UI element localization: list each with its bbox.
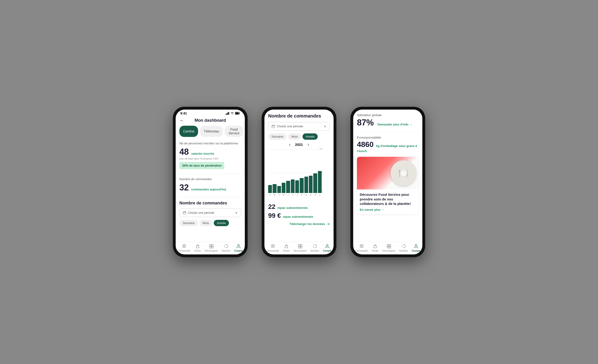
phone-right-screen: Satisfation globale 87% Demander plus d'… [353, 110, 422, 254]
svg-rect-36 [387, 247, 389, 248]
svg-rect-35 [389, 244, 391, 246]
bag-icon-middle [284, 244, 289, 249]
time-tabs-middle: Semaine Mois Année [268, 133, 330, 140]
chart-area: 200 100 0 F M [268, 149, 330, 201]
nav-commander-left[interactable]: Commander [178, 244, 190, 252]
time-tab-mois-middle[interactable]: Mois [288, 133, 301, 140]
nav-compte-left[interactable]: Compte [234, 244, 243, 252]
svg-rect-10 [185, 211, 185, 212]
bar-label-M2: M [283, 194, 284, 196]
nav-compte-label-left: Compte [234, 249, 243, 252]
svg-rect-13 [182, 247, 186, 248]
food-card: 🍽️ Découvrez Food Service pour prendre s… [357, 157, 419, 214]
svg-rect-33 [360, 247, 364, 248]
bar-D: D [313, 149, 317, 196]
stat-num-1: 22 [268, 203, 275, 210]
nav-deconsigner-left[interactable]: Déconsigner [205, 244, 218, 252]
chart-container: 200 100 0 F M [268, 149, 330, 201]
period-selector-left[interactable]: Choisir une période ∨ [179, 208, 241, 217]
header-left: ← Mon dashboard [176, 116, 245, 126]
bar-J3: J [318, 149, 322, 196]
svg-rect-2 [227, 112, 228, 115]
nav-nutrition-label-middle: Nutrition [310, 249, 319, 252]
time-tab-semaine-middle[interactable]: Semaine [268, 133, 287, 140]
nav-commander-right[interactable]: Commander [355, 244, 368, 252]
tabs-row-left: Cantine Télérestau Food Service [179, 126, 241, 137]
chart-title-middle: Nombre de commandes [268, 113, 330, 119]
bar-S: S [300, 149, 303, 196]
time-tab-annee-left[interactable]: Année [214, 220, 229, 226]
tab-cantine[interactable]: Cantine [179, 126, 198, 137]
bar-S-fill [300, 178, 303, 193]
period-icon-middle: Choisir une période [272, 124, 303, 128]
svg-rect-28 [298, 247, 300, 248]
nav-nutrition-middle[interactable]: Nutrition [310, 244, 319, 252]
nav-panier-middle[interactable]: Panier [283, 244, 290, 252]
svg-rect-9 [184, 211, 184, 212]
bar-M2-fill [282, 183, 285, 193]
arrow-right-icon [327, 223, 330, 226]
bar-J1: J [286, 149, 290, 196]
time-tab-semaine-left[interactable]: Semaine [179, 220, 198, 226]
time-tab-annee-middle[interactable]: Année [302, 133, 318, 140]
nav-compte-label-right: Compte [412, 249, 420, 252]
user-icon-left [236, 244, 241, 249]
back-button-left[interactable]: ← [179, 118, 184, 123]
chart-section-middle: Nombre de commandes Choisir une période … [265, 110, 333, 242]
phone-middle-screen: Nombre de commandes Choisir une période … [265, 110, 333, 254]
nav-compte-middle[interactable]: Compte [323, 244, 332, 252]
bag-icon-right [373, 244, 378, 249]
time-tabs-left: Semaine Mois Année [179, 220, 241, 226]
nav-compte-right[interactable]: Compte [412, 244, 420, 252]
tab-telerestau[interactable]: Télérestau [200, 126, 223, 137]
nav-commander-middle[interactable]: Commander [266, 244, 279, 252]
year-prev-btn[interactable]: ‹ [289, 142, 290, 147]
registered-count-label: salariés inscrits [191, 152, 214, 155]
period-placeholder-middle: Choisir une période [277, 124, 303, 128]
year-next-btn[interactable]: › [308, 142, 309, 147]
svg-rect-19 [272, 125, 275, 128]
food-card-link[interactable]: En savoir plus → [360, 208, 416, 211]
stat-label-2: repas subventionnés [283, 215, 313, 218]
nav-nutrition-left[interactable]: Nutrition [222, 244, 230, 252]
nav-panier-left[interactable]: Panier [194, 244, 201, 252]
bar-J3-fill [318, 171, 322, 193]
svg-rect-24 [271, 246, 275, 246]
svg-rect-27 [300, 244, 302, 246]
bar-label-D: D [315, 194, 316, 196]
time-tab-mois-left[interactable]: Mois [199, 220, 212, 226]
nav-nutrition-right[interactable]: Nutrition [399, 244, 408, 252]
svg-rect-17 [212, 247, 213, 248]
phones-container: 9:41 [173, 107, 425, 257]
nav-panier-right[interactable]: Panier [372, 244, 378, 252]
bar-F: F [268, 149, 272, 196]
bar-J2: J [291, 149, 295, 196]
chart-stats-middle: 22 repas subventionnés 99 € repas subven… [268, 203, 330, 219]
bar-J1-fill [286, 181, 290, 193]
svg-rect-22 [274, 125, 274, 125]
nav-deconsigner-right[interactable]: Déconsigner [382, 244, 396, 252]
orders-label: Nombre de commandes [179, 177, 241, 181]
bar-M2: M [282, 149, 285, 196]
tab-food-service[interactable]: Food Service [225, 126, 243, 137]
phone-left: 9:41 [173, 107, 248, 257]
bar-label-M1: M [274, 194, 276, 196]
svg-rect-21 [273, 125, 273, 125]
registered-count: 48 [179, 147, 189, 157]
svg-rect-23 [271, 245, 275, 245]
period-selector-middle[interactable]: Choisir une période ∨ [268, 122, 330, 131]
nav-deconsigner-middle[interactable]: Déconsigner [294, 244, 307, 252]
bar-A2: A [295, 149, 299, 196]
signal-icon [226, 112, 229, 115]
svg-rect-12 [182, 246, 186, 246]
battery-icon [235, 112, 240, 115]
period-chevron-left: ∨ [235, 211, 238, 215]
bar-M1: M [273, 149, 276, 196]
eco-header: Écoresponsabilité [357, 136, 419, 139]
bar-label-S: S [301, 194, 302, 196]
info-link[interactable]: Demander plus d'info → [377, 123, 412, 126]
bottom-nav-middle: Commander Panier Décon [265, 242, 333, 254]
download-btn[interactable]: Télécharger les données [268, 222, 330, 226]
bottom-nav-left: Commander Panier Décon [176, 242, 245, 254]
year-label: 2021 [295, 142, 303, 147]
